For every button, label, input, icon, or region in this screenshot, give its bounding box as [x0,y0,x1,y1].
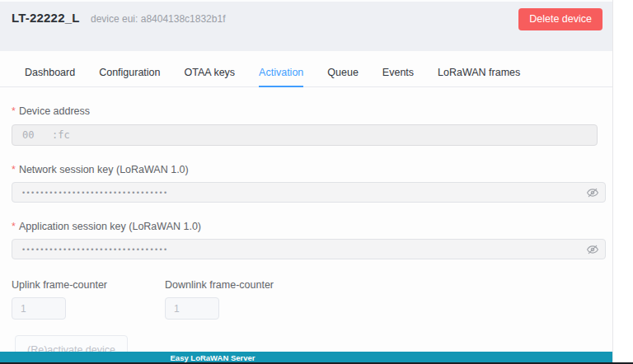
network-session-key-label: *Network session key (LoRaWAN 1.0) [12,164,601,175]
network-session-key-label-text: Network session key (LoRaWAN 1.0) [19,164,189,175]
required-marker: * [12,105,16,117]
right-edge-rail [612,0,633,362]
device-activation-page: LT-22222_L device eui: a8404138c1832b1f … [0,0,633,364]
tab-events[interactable]: Events [382,67,414,86]
device-name: LT-22222_L [12,11,80,25]
required-marker: * [12,221,16,232]
footer-brand-text: Easy LoRaWAN Server [171,352,256,362]
application-session-key-label-text: Application session key (LoRaWAN 1.0) [19,221,201,232]
uplink-frame-counter-label: Uplink frame-counter [12,279,165,291]
activation-form: *Device address *Network session key (Lo… [0,105,612,364]
network-session-key-input[interactable] [12,182,606,203]
required-marker: * [12,164,16,175]
device-address-input[interactable] [12,124,598,146]
network-session-key-field [12,182,606,203]
application-session-key-input[interactable] [12,239,606,259]
application-session-key-field [12,239,606,259]
tab-activation[interactable]: Activation [259,67,303,87]
device-tabs: Dashboard Configuration OTAA keys Activa… [0,51,612,87]
device-header: LT-22222_L device eui: a8404138c1832b1f … [0,0,612,51]
downlink-frame-counter-input[interactable] [165,297,219,320]
uplink-frame-counter-input[interactable] [12,297,66,320]
eye-off-icon[interactable] [587,187,598,198]
device-address-label: *Device address [12,105,601,117]
tab-dashboard[interactable]: Dashboard [25,67,75,86]
tab-queue[interactable]: Queue [327,67,359,86]
downlink-frame-counter-label: Downlink frame-counter [165,279,318,291]
device-address-label-text: Device address [19,105,90,117]
tab-otaa-keys[interactable]: OTAA keys [185,67,236,86]
tab-lorawan-frames[interactable]: LoRaWAN frames [438,67,520,86]
delete-device-button[interactable]: Delete device [518,8,603,30]
activation-panel: Dashboard Configuration OTAA keys Activa… [0,51,612,352]
application-session-key-label: *Application session key (LoRaWAN 1.0) [12,221,601,232]
device-eui: device eui: a8404138c1832b1f [91,13,225,25]
footer-bar: Easy LoRaWAN Server [0,352,612,362]
eye-off-icon[interactable] [587,244,598,255]
uplink-frame-counter-field: Uplink frame-counter [12,279,165,320]
frame-counters-row: Uplink frame-counter Downlink frame-coun… [12,279,601,320]
tab-configuration[interactable]: Configuration [99,67,160,86]
downlink-frame-counter-field: Downlink frame-counter [165,279,318,320]
